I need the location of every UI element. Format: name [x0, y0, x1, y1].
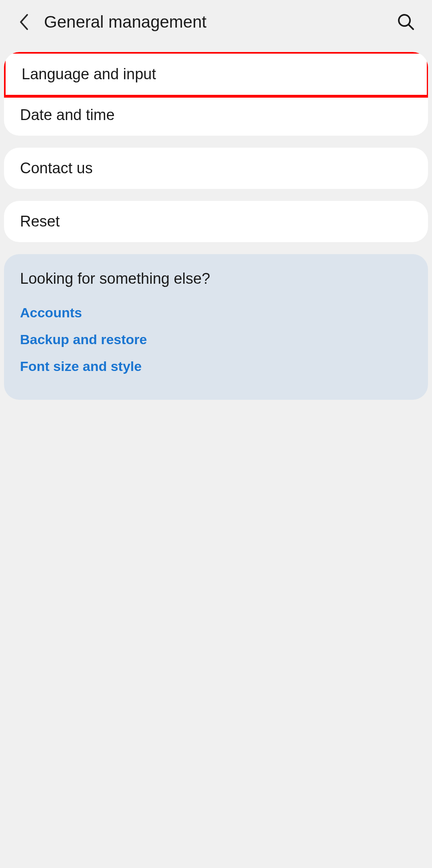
link-label: Backup and restore — [20, 332, 147, 347]
header: General management — [0, 0, 432, 44]
backup-and-restore-link[interactable]: Backup and restore — [20, 326, 412, 353]
item-label: Language and input — [22, 66, 156, 82]
settings-group-2: Contact us — [4, 148, 428, 189]
suggestion-card: Looking for something else? Accounts Bac… — [4, 254, 428, 400]
settings-group-3: Reset — [4, 201, 428, 242]
language-and-input-item[interactable]: Language and input — [4, 52, 428, 98]
content-area: Language and input Date and time Contact… — [0, 44, 432, 400]
accounts-link[interactable]: Accounts — [20, 299, 412, 326]
item-label: Date and time — [20, 106, 115, 123]
svg-line-1 — [409, 25, 413, 29]
settings-group-1: Language and input Date and time — [4, 52, 428, 136]
search-icon[interactable] — [396, 12, 416, 32]
back-icon[interactable] — [16, 14, 32, 30]
reset-item[interactable]: Reset — [4, 201, 428, 242]
suggestion-title: Looking for something else? — [20, 270, 412, 287]
contact-us-item[interactable]: Contact us — [4, 148, 428, 189]
item-label: Reset — [20, 213, 60, 230]
item-label: Contact us — [20, 160, 93, 176]
date-and-time-item[interactable]: Date and time — [4, 98, 428, 136]
font-size-and-style-link[interactable]: Font size and style — [20, 353, 412, 380]
link-label: Accounts — [20, 305, 82, 320]
page-title: General management — [44, 12, 396, 32]
link-label: Font size and style — [20, 359, 142, 374]
